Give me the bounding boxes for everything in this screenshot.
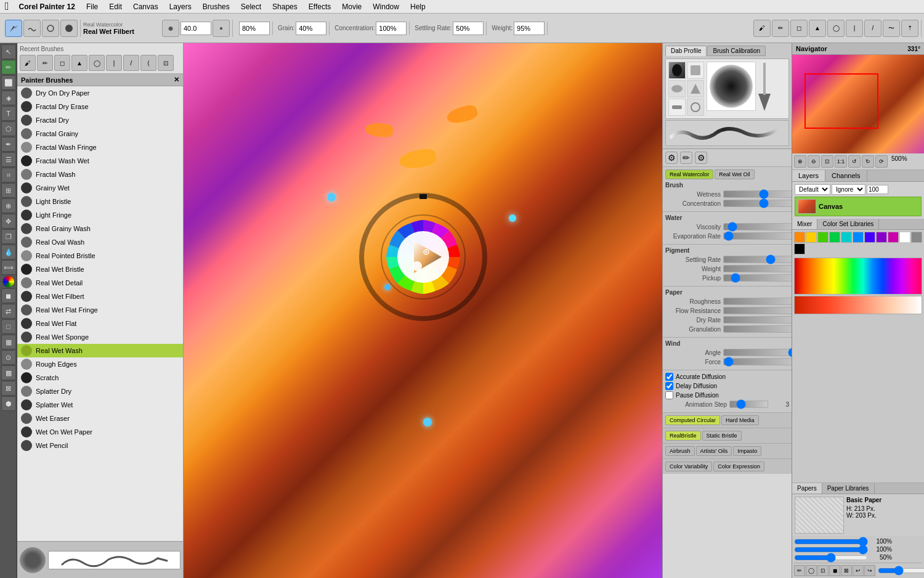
tool-brush[interactable]: ✏ [1,60,16,75]
brush-item-10[interactable]: Real Grainy Wash [17,222,183,235]
tool-extra[interactable]: ⬢ [1,396,16,411]
wetness-slider[interactable] [723,190,792,198]
dab-shape-6[interactable] [687,99,704,116]
brush-tip-btn7[interactable]: / [864,20,881,37]
swatch-black[interactable] [794,243,805,254]
real-bristle-tab[interactable]: RealBristle [665,431,701,441]
brush-size-slider[interactable] [878,567,924,574]
recent-brush-9[interactable]: ⊡ [158,55,174,71]
brush-item-12[interactable]: Real Pointed Bristle [17,249,183,263]
canvas-layer[interactable]: Canvas [795,197,922,216]
menu-select[interactable]: Select [236,1,266,12]
impasto-tab[interactable]: Impasto [733,446,761,456]
evaporation-slider[interactable] [723,232,792,240]
tip-btn-6[interactable]: ↩ [853,565,864,576]
blend-mode-select[interactable]: Default [795,184,830,195]
menu-canvas[interactable]: Canvas [128,1,163,12]
color-variability-tab[interactable]: Color Variability [665,462,712,471]
swatch-blue[interactable] [853,232,864,243]
size-increase-btn[interactable]: ● [213,20,230,37]
brush-item-5[interactable]: Fractal Wash Wet [17,154,183,168]
swatch-orange[interactable] [794,232,805,243]
brush-tip-btn4[interactable]: ▲ [809,20,826,37]
brush-item-9[interactable]: Light Fringe [17,208,183,222]
brush-tip-btn8[interactable]: 〜 [883,20,900,37]
viscosity-slider[interactable] [723,223,792,230]
tool-swap[interactable]: ⇄ [1,304,16,319]
brush-item-8[interactable]: Light Bristle [17,195,183,208]
dab-shape-5[interactable] [668,99,686,116]
menu-edit[interactable]: Edit [104,1,127,12]
brush-item-20[interactable]: Rough Edges [17,357,183,371]
swatch-purple[interactable] [876,232,887,243]
swatch-magenta[interactable] [888,232,899,243]
menu-help[interactable]: Help [405,1,431,12]
tip-btn-3[interactable]: ⊡ [817,565,829,576]
tool-pen[interactable]: ✒ [1,137,16,152]
tool-clone[interactable]: ❐ [1,229,16,244]
brush-tool-btn[interactable] [5,20,22,37]
menu-brushes[interactable]: Brushes [198,1,235,12]
round-btn[interactable] [60,20,78,37]
tool-zoom[interactable]: ⊕ [1,198,16,213]
settings-btn-3[interactable]: ⚙ [695,152,707,164]
recent-brush-2[interactable]: ✏ [37,55,53,71]
tool-paper[interactable]: □ [1,319,16,334]
tool-shape[interactable]: ⬡ [1,121,16,136]
dab-shape-1[interactable] [668,62,686,79]
tip-btn-4[interactable]: ◼ [829,565,840,576]
menu-file[interactable]: File [81,1,103,12]
tool-nozzle[interactable]: ⊙ [1,350,16,365]
real-wet-oil-tab[interactable]: Real Wet Oil [715,169,754,179]
brush-item-3[interactable]: Fractal Grainy [17,127,183,140]
brush-item-25[interactable]: Wet On Wet Paper [17,425,183,439]
canvas-image[interactable] [184,43,662,578]
size-input[interactable] [180,22,211,35]
dab-shape-2[interactable] [687,62,704,79]
mixer-tab[interactable]: Mixer [792,219,817,229]
color-detail-gradient[interactable] [794,296,922,314]
brush-item-21[interactable]: Scratch [17,371,183,385]
settings-btn-2[interactable]: ✏ [680,152,692,164]
tool-pattern[interactable]: ▩ [1,365,16,380]
tool-gradient[interactable]: ▦ [1,335,16,349]
nav-fit[interactable]: ⊡ [821,155,833,168]
brush-item-4[interactable]: Fractal Wash Fringe [17,140,183,154]
animation-step-slider[interactable] [729,401,768,408]
tool-color2[interactable]: ◼ [1,288,16,303]
dab-profile-tab[interactable]: Dab Profile [665,46,707,56]
tip-btn-5[interactable]: ⊠ [841,565,852,576]
brush-tip-btn1[interactable]: 🖌 [753,20,771,37]
swatch-gray[interactable] [911,232,922,243]
brush-item-0[interactable]: Dry On Dry Paper [17,86,183,100]
apple-menu[interactable]:  [5,0,9,13]
recent-brush-5[interactable]: ◯ [89,55,105,71]
brush-item-26[interactable]: Wet Pencil [17,439,183,452]
pause-diffusion-check[interactable] [665,391,673,399]
preserve-select[interactable]: Ignore [832,184,865,195]
brush-item-14[interactable]: Real Wet Detail [17,276,183,290]
swatch-white[interactable] [899,232,910,243]
color-gradient-bar[interactable] [794,258,922,295]
granulation-slider[interactable] [723,325,792,333]
accurate-diffusion-check[interactable] [665,373,673,381]
pickup-slider[interactable] [723,274,792,282]
brush-item-24[interactable]: Wet Eraser [17,412,183,425]
menu-effects[interactable]: Effects [304,1,336,12]
nav-zoom-out[interactable]: ⊖ [808,155,820,168]
brush-item-18[interactable]: Real Wet Sponge [17,330,183,344]
dab-shape-3[interactable] [668,80,686,97]
menu-layers[interactable]: Layers [164,1,197,12]
roughness-slider[interactable] [723,298,792,305]
angle-slider[interactable] [723,349,792,356]
weight-input[interactable] [514,22,545,35]
brush-calibration-tab[interactable]: Brush Calibration [707,46,766,56]
nav-reset[interactable]: ⟳ [875,155,888,168]
color-wheel-overlay[interactable] [355,189,491,325]
recent-brush-4[interactable]: ▲ [71,55,87,71]
painter-brushes-close[interactable]: ✕ [174,76,179,84]
tool-mirror[interactable]: ⟺ [1,260,16,275]
settling-input[interactable] [453,22,484,35]
color-set-libraries-tab[interactable]: Color Set Libraries [817,219,879,229]
recent-brush-3[interactable]: ◻ [54,55,70,71]
